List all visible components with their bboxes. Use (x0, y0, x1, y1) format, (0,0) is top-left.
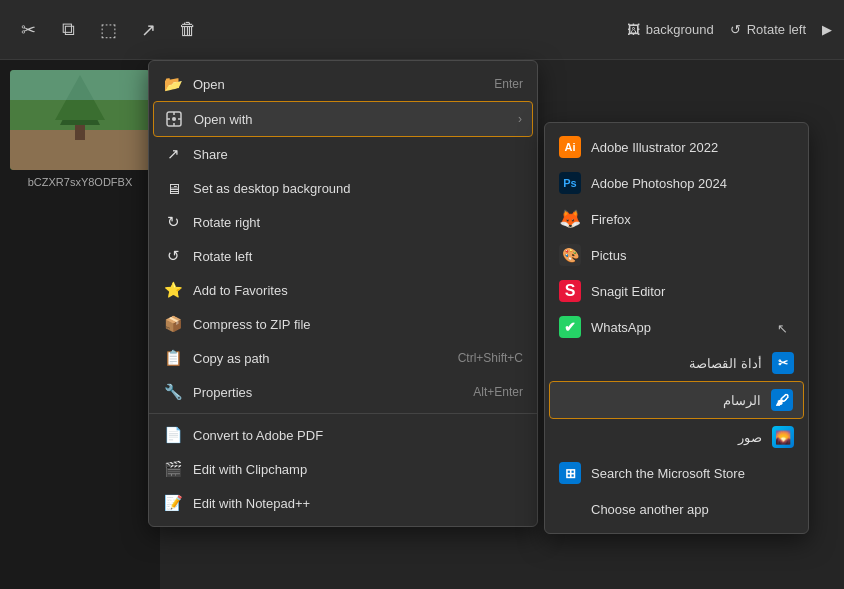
rotate-left-label: Rotate left (747, 22, 806, 37)
copy-path-shortcut: Ctrl+Shift+C (458, 351, 523, 365)
menu-item-convert-pdf[interactable]: 📄 Convert to Adobe PDF (149, 418, 537, 452)
submenu-item-store[interactable]: ⊞ Search the Microsoft Store (545, 455, 808, 491)
menu-divider-1 (149, 413, 537, 414)
rotate-left-menu-label: Rotate left (193, 249, 523, 264)
open-with-arrow: › (518, 112, 522, 126)
properties-icon: 🔧 (163, 382, 183, 402)
open-with-label: Open with (194, 112, 508, 127)
share-label: Share (193, 147, 523, 162)
toolbar-icon-cut[interactable]: ✂ (12, 14, 44, 46)
submenu-item-choose[interactable]: Choose another app (545, 491, 808, 527)
toolbar-background-button[interactable]: 🖼 background (627, 22, 714, 37)
toolbar-icon-share[interactable]: ↗ (132, 14, 164, 46)
rotate-left-icon: ↺ (730, 22, 741, 37)
ps-label: Adobe Photoshop 2024 (591, 176, 727, 191)
toolbar-rotate-left-button[interactable]: ↺ Rotate left (730, 22, 806, 37)
background-label: background (646, 22, 714, 37)
menu-item-open-with[interactable]: Open with › Ai Adobe Illustrator 2022 Ps… (153, 101, 533, 137)
copy-path-label: Copy as path (193, 351, 448, 366)
ai-label: Adobe Illustrator 2022 (591, 140, 718, 155)
open-shortcut: Enter (494, 77, 523, 91)
convert-pdf-label: Convert to Adobe PDF (193, 428, 523, 443)
menu-item-share[interactable]: ↗ Share (149, 137, 537, 171)
compress-label: Compress to ZIP file (193, 317, 523, 332)
toolbar-icon-delete[interactable]: 🗑 (172, 14, 204, 46)
menu-item-compress[interactable]: 📦 Compress to ZIP file (149, 307, 537, 341)
compress-icon: 📦 (163, 314, 183, 334)
image-area: bCZXR7sxY8ODFBX (0, 60, 160, 589)
open-label: Open (193, 77, 484, 92)
rotate-right-icon: ↻ (163, 212, 183, 232)
menu-item-rotate-left[interactable]: ↺ Rotate left (149, 239, 537, 273)
submenu-item-photos[interactable]: 🌄 صور (545, 419, 808, 455)
submenu-item-ai[interactable]: Ai Adobe Illustrator 2022 (545, 129, 808, 165)
menu-item-properties[interactable]: 🔧 Properties Alt+Enter (149, 375, 537, 409)
submenu-item-firefox[interactable]: 🦊 Firefox (545, 201, 808, 237)
svg-rect-4 (75, 125, 85, 140)
notepad-icon: 📝 (163, 493, 183, 513)
choose-icon (559, 498, 581, 520)
firefox-icon: 🦊 (559, 208, 581, 230)
toolbar-icon-copy[interactable]: ⧉ (52, 14, 84, 46)
paint-label: الرسام (723, 393, 761, 408)
image-thumbnail (10, 70, 150, 170)
toolbar: ✂ ⧉ ⬚ ↗ 🗑 🖼 background ↺ Rotate left ▶ (0, 0, 844, 60)
rotate-right-label: Rotate right (193, 215, 523, 230)
background-icon: 🖼 (627, 22, 640, 37)
properties-shortcut: Alt+Enter (473, 385, 523, 399)
open-with-icon (164, 109, 184, 129)
store-label: Search the Microsoft Store (591, 466, 745, 481)
submenu-item-pictus[interactable]: 🎨 Pictus (545, 237, 808, 273)
choose-label: Choose another app (591, 502, 709, 517)
store-icon: ⊞ (559, 462, 581, 484)
image-filename: bCZXR7sxY8ODFBX (28, 176, 133, 188)
menu-item-rotate-right[interactable]: ↻ Rotate right (149, 205, 537, 239)
submenu-item-whatsapp[interactable]: ✔ WhatsApp (545, 309, 808, 345)
toolbar-extra-button[interactable]: ▶ (822, 22, 832, 37)
submenu-item-paint[interactable]: 🖌 الرسام ↖ (549, 381, 804, 419)
toolbar-icon-paste[interactable]: ⬚ (92, 14, 124, 46)
snip-icon: ✂ (772, 352, 794, 374)
svg-rect-5 (10, 70, 150, 100)
clipchamp-label: Edit with Clipchamp (193, 462, 523, 477)
submenu-item-snip[interactable]: ✂ أداة القصاصة (545, 345, 808, 381)
snip-label: أداة القصاصة (689, 356, 762, 371)
menu-item-notepad[interactable]: 📝 Edit with Notepad++ (149, 486, 537, 520)
toolbar-right: 🖼 background ↺ Rotate left ▶ (627, 22, 832, 37)
share-icon: ↗ (163, 144, 183, 164)
snagit-label: Snagit Editor (591, 284, 665, 299)
ai-icon: Ai (559, 136, 581, 158)
menu-item-favorites[interactable]: ⭐ Add to Favorites (149, 273, 537, 307)
menu-item-copy-path[interactable]: 📋 Copy as path Ctrl+Shift+C (149, 341, 537, 375)
convert-pdf-icon: 📄 (163, 425, 183, 445)
photos-icon: 🌄 (772, 426, 794, 448)
cursor: ↖ (777, 321, 788, 336)
pictus-label: Pictus (591, 248, 626, 263)
rotate-left-menu-icon: ↺ (163, 246, 183, 266)
whatsapp-icon: ✔ (559, 316, 581, 338)
pictus-icon: 🎨 (559, 244, 581, 266)
submenu-item-ps[interactable]: Ps Adobe Photoshop 2024 (545, 165, 808, 201)
open-icon: 📂 (163, 74, 183, 94)
properties-label: Properties (193, 385, 463, 400)
extra-icon: ▶ (822, 22, 832, 37)
set-desktop-icon: 🖥 (163, 178, 183, 198)
favorites-label: Add to Favorites (193, 283, 523, 298)
paint-icon: 🖌 (771, 389, 793, 411)
menu-item-open[interactable]: 📂 Open Enter (149, 67, 537, 101)
snagit-icon: S (559, 280, 581, 302)
copy-path-icon: 📋 (163, 348, 183, 368)
context-menu: 📂 Open Enter Open with › Ai Adobe Illust… (148, 60, 538, 527)
menu-item-set-desktop[interactable]: 🖥 Set as desktop background (149, 171, 537, 205)
ps-icon: Ps (559, 172, 581, 194)
firefox-label: Firefox (591, 212, 631, 227)
photos-label: صور (738, 430, 762, 445)
submenu-item-snagit[interactable]: S Snagit Editor (545, 273, 808, 309)
clipchamp-icon: 🎬 (163, 459, 183, 479)
submenu: Ai Adobe Illustrator 2022 Ps Adobe Photo… (544, 122, 809, 534)
set-desktop-label: Set as desktop background (193, 181, 523, 196)
menu-item-clipchamp[interactable]: 🎬 Edit with Clipchamp (149, 452, 537, 486)
notepad-label: Edit with Notepad++ (193, 496, 523, 511)
favorites-icon: ⭐ (163, 280, 183, 300)
whatsapp-label: WhatsApp (591, 320, 651, 335)
